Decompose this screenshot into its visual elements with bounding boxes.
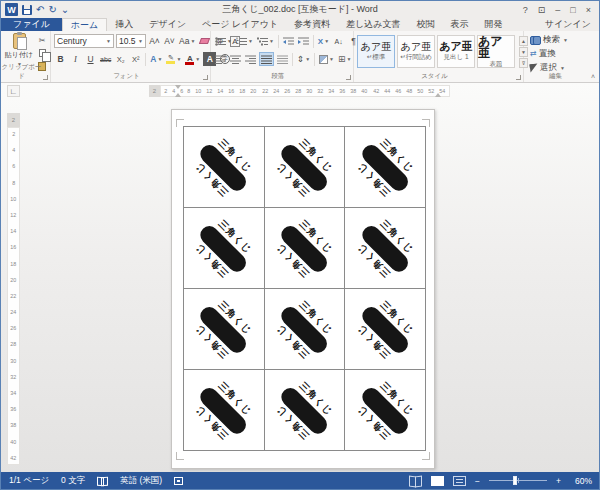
tab-developer[interactable]: 開発 [477,18,511,31]
replace-button[interactable]: ⇄置換 [530,47,568,60]
zoom-level[interactable]: 60% [570,476,592,486]
undo-button[interactable]: ↶ [36,5,44,15]
cut-button[interactable]: ✂ [36,35,48,46]
subscript-button[interactable]: X₂ [114,52,127,66]
horizontal-ruler[interactable]: 2 24681012141618202224262830323436384042… [149,85,450,97]
h-ruler-number: 44 [384,88,390,93]
word-logo-icon[interactable]: W [5,3,18,16]
redo-button[interactable]: ↻ [48,5,56,15]
collapse-ribbon-button[interactable]: ˄ [591,73,595,80]
document-page[interactable]: 三角くじ三角くじ三角くじ三角くじ三角くじ三角くじ三角くじ三角くじ三角くじ三角くじ… [171,109,435,469]
copy-button[interactable] [36,48,48,59]
vertical-ruler[interactable]: 2 24681012141618202224262830323436384042 [7,113,20,465]
sign-in-link[interactable]: サインイン [545,18,599,31]
h-ruler-number: 22 [262,88,268,93]
italic-button[interactable]: I [69,52,82,66]
shrink-font-button[interactable]: A˅ [163,34,176,48]
bold-button[interactable]: B [54,52,67,66]
change-case-button[interactable]: Aa▼ [178,34,196,48]
clear-formatting-button[interactable] [198,34,211,48]
tab-view[interactable]: 表示 [443,18,477,31]
help-button[interactable]: ? [523,5,528,15]
status-bar: 1/1 ページ 0 文字 英語 (米国) − + 60% [1,472,599,489]
lottery-cell[interactable]: 三角くじ三角くじ [345,370,426,451]
lottery-cell[interactable]: 三角くじ三角くじ [345,127,426,208]
asian-layout-button[interactable]: X▼ [317,34,330,48]
h-ruler-number: 2 [164,88,167,93]
highlight-button[interactable]: ✎▼ [165,52,182,66]
web-layout-button[interactable] [453,476,466,486]
lottery-cell[interactable]: 三角くじ三角くじ [265,127,346,208]
clipboard-dialog-launcher[interactable] [43,75,48,80]
word-count[interactable]: 0 文字 [61,475,85,487]
save-icon[interactable] [22,5,32,15]
style-title[interactable]: あア亜 表題 [477,35,515,68]
justify-button[interactable] [259,52,274,66]
tab-mailings[interactable]: 差し込み文書 [338,18,408,31]
strikethrough-button[interactable]: abc [99,52,112,66]
line-spacing-button[interactable]: ⇕▼ [296,52,311,66]
font-color-button[interactable]: A▼ [184,52,201,66]
close-button[interactable]: × [586,5,591,15]
ribbon-display-options-button[interactable]: ⊡ [538,5,546,15]
lottery-cell[interactable]: 三角くじ三角くじ [184,289,265,370]
paint-bucket-icon [319,55,328,64]
superscript-button[interactable]: X² [129,52,142,66]
lottery-cell[interactable]: 三角くじ三角くじ [265,208,346,289]
lottery-cell[interactable]: 三角くじ三角くじ [184,370,265,451]
align-right-button[interactable] [244,52,257,66]
maximize-button[interactable]: □ [570,5,575,15]
underline-button[interactable]: U [84,52,97,66]
tab-page-layout[interactable]: ページ レイアウト [194,18,286,31]
text-effects-button[interactable]: A▼ [149,52,163,66]
borders-button[interactable]: ⊞▼ [337,52,353,66]
lottery-cell[interactable]: 三角くじ三角くじ [345,289,426,370]
font-name-combo[interactable]: Century▼ [54,34,114,48]
shading-button[interactable]: ▼ [318,52,335,66]
lottery-cell[interactable]: 三角くじ三角くじ [265,370,346,451]
paragraph-dialog-launcher[interactable] [346,75,351,80]
bullets-button[interactable]: ▼ [214,34,233,48]
font-size-combo[interactable]: 10.5▼ [116,34,146,48]
h-ruler-number: 34 [328,88,334,93]
tab-review[interactable]: 校閲 [409,18,443,31]
tab-selector[interactable]: ∟ [7,85,20,97]
align-center-button[interactable] [229,52,242,66]
multilevel-list-button[interactable]: ▼ [256,34,275,48]
zoom-in-button[interactable]: + [556,476,561,486]
minimize-button[interactable]: – [555,5,560,15]
tab-design[interactable]: デザイン [141,18,194,31]
tab-file[interactable]: ファイル [1,18,62,31]
lottery-cell[interactable]: 三角くじ三角くじ [184,208,265,289]
tab-home[interactable]: ホーム [62,18,107,31]
zoom-slider-thumb[interactable] [513,476,517,485]
zoom-slider[interactable] [489,480,547,481]
style-normal[interactable]: あア亜 ↵標準 [357,35,395,68]
align-left-button[interactable] [214,52,227,66]
proofing-icon[interactable] [97,477,108,485]
find-button[interactable]: 検索▼ [530,33,568,46]
increase-indent-button[interactable] [297,34,310,48]
macro-record-icon[interactable] [174,477,183,485]
lottery-cell[interactable]: 三角くじ三角くじ [345,208,426,289]
lottery-cell[interactable]: 三角くじ三角くじ [184,127,265,208]
print-layout-button[interactable] [431,476,444,486]
styles-dialog-launcher[interactable] [516,75,521,80]
language-indicator[interactable]: 英語 (米国) [120,475,162,487]
grow-font-button[interactable]: A˄ [148,34,161,48]
zoom-out-button[interactable]: − [475,476,480,486]
lottery-cell[interactable]: 三角くじ三角くじ [265,289,346,370]
style-heading-1[interactable]: あア亜 見出し 1 [437,35,475,68]
sort-button[interactable]: A↓ [332,34,345,48]
qat-customize-button[interactable]: ⌄ [61,5,69,15]
font-dialog-launcher[interactable] [203,75,208,80]
decrease-indent-button[interactable] [282,34,295,48]
tab-insert[interactable]: 挿入 [107,18,141,31]
tab-references[interactable]: 参考資料 [286,18,338,31]
style-no-spacing[interactable]: あア亜 ↵行間詰め [397,35,435,68]
h-ruler-margin: 2 [149,85,160,97]
read-mode-button[interactable] [409,476,422,486]
page-indicator[interactable]: 1/1 ページ [9,475,49,487]
numbering-button[interactable]: ▼ [235,34,254,48]
distribute-button[interactable] [276,52,289,66]
